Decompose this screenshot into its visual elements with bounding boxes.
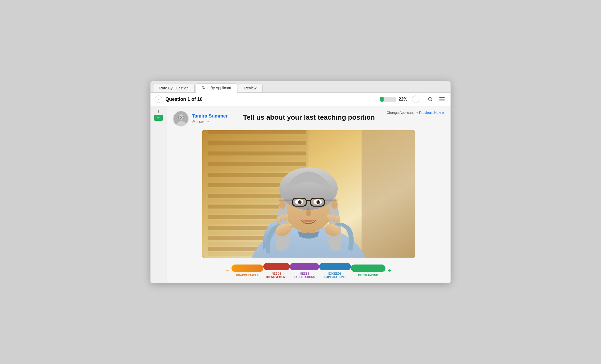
unacceptable-bar[interactable] [231,265,263,272]
svg-line-1 [431,100,432,101]
outstanding-bar[interactable] [351,265,385,272]
meets-expectations-bar[interactable] [290,263,319,270]
search-icon [428,97,433,102]
applicant-name: Tamira Summer [192,113,228,119]
tab-bar: Rate By Question Rate By Applicant Revie… [151,81,450,93]
applicant-info: Tamira Summer ⏱ 1 Minute [173,111,231,127]
video-container[interactable] [202,130,415,258]
svg-rect-37 [362,130,415,258]
applicant-meta: ⏱ 1 Minute [192,120,228,124]
video-scene [202,130,415,258]
exceeds-expectations-bar[interactable] [319,263,351,270]
svg-rect-19 [208,162,306,166]
menu-button[interactable] [438,95,446,103]
hamburger-icon [439,97,445,101]
question-title: Tell us about your last teaching positio… [231,113,387,122]
next-applicant-button[interactable]: Next » [434,111,444,115]
svg-rect-17 [208,151,306,155]
question-header-row: Tamira Summer ⏱ 1 Minute Tell us about y… [173,111,444,127]
app-window: Rate By Question Rate By Applicant Revie… [150,81,451,283]
content-area: Tamira Summer ⏱ 1 Minute Tell us about y… [166,106,450,283]
progress-bar-bg [380,97,396,102]
question-info: Question 1 of 10 [165,97,377,102]
svg-rect-13 [208,130,306,134]
svg-rect-15 [208,141,306,145]
rating-meets-expectations[interactable]: MEETSEXPECTATIONS [290,263,319,279]
applicant-details: Tamira Summer ⏱ 1 Minute [192,113,228,124]
svg-rect-18 [208,157,306,161]
svg-point-51 [319,201,320,201]
progress-percentage: 22% [399,97,409,102]
next-question-button[interactable]: › [412,96,419,103]
rating-outstanding[interactable]: OUTSTANDING [351,265,385,277]
video-placeholder [202,130,415,258]
collapse-button[interactable]: − [154,115,163,121]
svg-rect-2 [439,97,445,98]
avatar [173,111,189,127]
meets-expectations-label: MEETSEXPECTATIONS [294,272,315,279]
svg-rect-3 [439,99,445,99]
rating-unacceptable[interactable]: UNACCEPTABLE [231,265,263,277]
rating-scale: − UNACCEPTABLE NEEDSIMPROVEMENT MEETSEXP… [216,263,401,279]
svg-rect-20 [208,167,306,171]
needs-improvement-bar[interactable] [263,263,290,270]
change-applicant-controls: Change Applicant: « Previous Next » [387,111,444,115]
toolbar-divider [423,96,423,103]
applicant-number: 1 [157,110,159,113]
svg-rect-14 [208,136,306,140]
rating-exceeds-expectations[interactable]: EXCEEDSEXPECTATIONS [319,263,351,279]
applicant-duration: 1 Minute [196,120,209,124]
outstanding-label: OUTSTANDING [358,274,378,277]
progress-container: 22% [380,97,409,102]
change-applicant-label: Change Applicant: [387,111,415,115]
svg-point-42 [279,200,286,209]
needs-improvement-label: NEEDSIMPROVEMENT [266,272,287,279]
rating-needs-improvement[interactable]: NEEDSIMPROVEMENT [263,263,290,279]
svg-rect-16 [208,146,306,150]
left-sidebar: 1 − [151,106,166,283]
svg-rect-4 [439,101,445,101]
search-button[interactable] [426,95,435,103]
tab-review[interactable]: Review [238,84,263,92]
toolbar: ‹ Question 1 of 10 22% › [151,93,450,106]
svg-point-50 [300,201,301,201]
rating-minus-button[interactable]: − [226,267,229,274]
clock-icon: ⏱ [192,120,195,124]
svg-point-43 [331,200,338,209]
exceeds-expectations-label: EXCEEDSEXPECTATIONS [324,272,346,279]
unacceptable-label: UNACCEPTABLE [236,274,259,277]
tab-rate-by-question[interactable]: Rate By Question [153,84,195,92]
prev-question-button[interactable]: ‹ [155,96,162,103]
tab-rate-by-applicant[interactable]: Rate By Applicant [196,83,237,93]
main-content: 1 − [151,106,450,283]
rating-plus-button[interactable]: + [388,267,391,274]
progress-bar-fill [380,97,384,102]
previous-applicant-button[interactable]: « Previous [416,111,432,115]
